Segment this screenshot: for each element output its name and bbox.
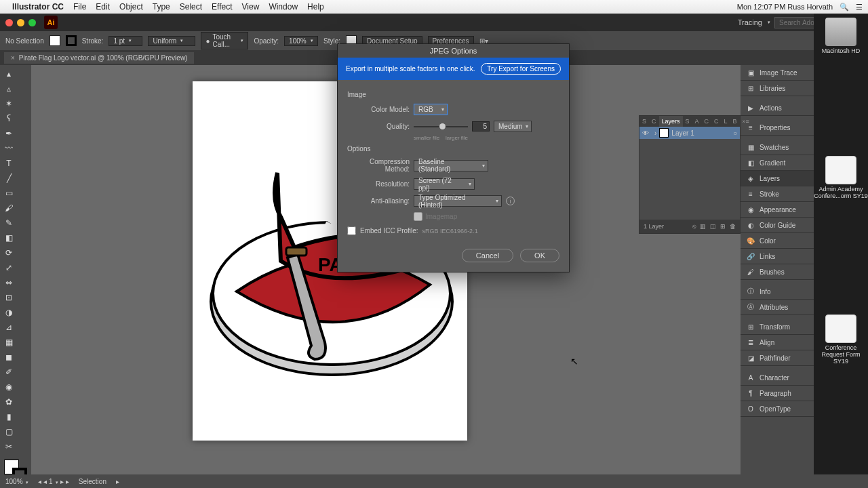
notification-icon[interactable]: ☰ xyxy=(856,3,863,12)
workspace-switcher[interactable]: Tracing xyxy=(738,18,762,26)
menu-edit[interactable]: Edit xyxy=(96,2,110,12)
layers-tab-active[interactable]: Layers xyxy=(659,116,683,127)
gradient-tool[interactable]: ◼ xyxy=(2,350,16,364)
stroke-profile[interactable]: Uniform▾ xyxy=(148,36,195,46)
curvature-tool[interactable]: 〰 xyxy=(2,142,16,155)
blend-tool[interactable]: ◉ xyxy=(2,380,16,394)
layers-tab-r5[interactable]: B xyxy=(730,116,740,127)
new-sublayer-icon[interactable]: ◫ xyxy=(710,223,716,230)
pen-tool[interactable]: ✒ xyxy=(2,127,16,140)
menu-effect[interactable]: Effect xyxy=(212,2,232,12)
menu-window[interactable]: Window xyxy=(269,2,298,12)
quality-preset-select[interactable]: Medium xyxy=(494,121,532,132)
new-layer-icon[interactable]: ⊞ xyxy=(720,223,726,230)
minimize-window[interactable] xyxy=(17,19,24,26)
status-menu-icon[interactable]: ▸ xyxy=(116,478,119,485)
eyedropper-tool[interactable]: ✐ xyxy=(2,365,16,379)
quality-slider[interactable] xyxy=(414,126,468,127)
visibility-icon[interactable]: 👁 xyxy=(642,129,652,137)
zoom-level[interactable]: 100% ▾ xyxy=(5,478,28,485)
eraser-tool[interactable]: ◧ xyxy=(2,231,16,245)
type-tool[interactable]: T xyxy=(2,157,16,170)
document-tab[interactable]: × Pirate Flag Logo vector.ai @ 100% (RGB… xyxy=(4,52,194,64)
line-tool[interactable]: ╱ xyxy=(2,171,16,185)
artboard-nav[interactable]: ◂ ◂ 1 ▾ ▸ ▸ xyxy=(38,478,68,485)
menu-type[interactable]: Type xyxy=(153,2,170,12)
menu-object[interactable]: Object xyxy=(119,2,143,12)
menu-view[interactable]: View xyxy=(242,2,260,12)
layers-menu-icon[interactable]: »≡ xyxy=(740,116,752,127)
layers-tab-c[interactable]: C xyxy=(649,116,659,127)
try-export-screens-btn[interactable]: Try Export for Screens xyxy=(481,63,561,75)
symbol-sprayer-tool[interactable]: ✿ xyxy=(2,395,16,409)
layers-tab-r1[interactable]: A xyxy=(692,116,702,127)
layers-tab-r2[interactable]: C xyxy=(702,116,712,127)
rectangle-tool[interactable]: ▭ xyxy=(2,186,16,200)
layers-tab-r0[interactable]: S xyxy=(683,116,692,127)
info-icon[interactable]: i xyxy=(506,197,515,205)
app-name[interactable]: Illustrator CC xyxy=(12,2,64,12)
quality-value[interactable] xyxy=(472,121,490,131)
compression-label: Compression Method: xyxy=(347,158,410,173)
mesh-tool[interactable]: ▦ xyxy=(2,336,16,349)
color-model-select[interactable]: RGB xyxy=(414,104,448,115)
paintbrush-tool[interactable]: 🖌 xyxy=(2,201,16,215)
opacity-value[interactable]: 100%▾ xyxy=(284,36,318,46)
resolution-select[interactable]: Screen (72 ppi) xyxy=(414,178,475,190)
layers-tab-r3[interactable]: C xyxy=(711,116,722,127)
layers-tab-s[interactable]: S xyxy=(639,116,649,127)
stroke-weight[interactable]: 1 pt▾ xyxy=(108,36,142,46)
desktop-doc2[interactable]: Conference Request Form SY19 xyxy=(814,314,868,365)
shaper-tool[interactable]: ✎ xyxy=(2,216,16,230)
ok-button[interactable]: OK xyxy=(520,249,559,262)
brush-def[interactable]: ● Touch Call...▾ xyxy=(201,32,248,49)
expand-icon[interactable]: › xyxy=(654,129,656,137)
layers-panel-float: S C Layers S A C C L B »≡ 👁 › Layer 1 ○ … xyxy=(639,115,741,234)
make-clip-icon[interactable]: ▥ xyxy=(700,223,706,230)
imagemap-label: Imagemap xyxy=(425,213,457,220)
column-graph-tool[interactable]: ▮ xyxy=(2,410,16,424)
selection-tool[interactable]: ▴ xyxy=(2,67,16,81)
target-icon[interactable]: ○ xyxy=(733,129,737,137)
layers-tab-r4[interactable]: L xyxy=(722,116,730,127)
jpeg-options-dialog: JPEG Options Export in multiple scale fa… xyxy=(337,43,570,272)
scale-tool[interactable]: ⤢ xyxy=(2,261,16,274)
layer-thumb xyxy=(659,128,669,138)
cancel-button[interactable]: Cancel xyxy=(462,249,513,262)
rotate-tool[interactable]: ⟳ xyxy=(2,246,16,260)
image-section-hdr: Image xyxy=(347,91,559,98)
lasso-tool[interactable]: ʕ xyxy=(2,112,16,125)
spotlight-icon[interactable]: 🔍 xyxy=(840,3,849,12)
desktop-doc1[interactable]: Admin Academy Confere...orm SY19 xyxy=(814,156,868,199)
antialias-select[interactable]: Type Optimized (Hinted) xyxy=(414,195,502,207)
layer-name[interactable]: Layer 1 xyxy=(671,129,694,137)
slice-tool[interactable]: ✂ xyxy=(2,440,16,453)
layer-row[interactable]: 👁 › Layer 1 ○ xyxy=(639,127,740,139)
locate-icon[interactable]: ⎋ xyxy=(692,223,696,230)
width-tool[interactable]: ⇔ xyxy=(2,276,16,289)
imagemap-checkbox xyxy=(414,212,422,221)
zoom-window[interactable] xyxy=(28,19,36,26)
close-tab-icon[interactable]: × xyxy=(11,54,15,62)
desktop-hd[interactable]: Macintosh HD xyxy=(822,18,861,54)
magic-wand-tool[interactable]: ✶ xyxy=(2,97,16,110)
fill-swatch[interactable] xyxy=(50,35,60,46)
options-section-hdr: Options xyxy=(347,145,559,152)
direct-selection-tool[interactable]: ▵ xyxy=(2,82,16,96)
artboard-tool[interactable]: ▢ xyxy=(2,425,16,439)
app-logo: Ai xyxy=(44,16,58,29)
free-transform-tool[interactable]: ⊡ xyxy=(2,291,16,304)
stroke-swatch[interactable] xyxy=(66,35,77,46)
embed-icc-checkbox[interactable] xyxy=(347,226,356,235)
larger-label: larger file xyxy=(446,135,468,141)
menu-help[interactable]: Help xyxy=(307,2,324,12)
perspective-tool[interactable]: ⊿ xyxy=(2,321,16,334)
mouse-cursor: ↖ xyxy=(570,356,578,367)
compression-select[interactable]: Baseline (Standard) xyxy=(414,160,488,171)
shape-builder-tool[interactable]: ◑ xyxy=(2,306,16,319)
delete-layer-icon[interactable]: 🗑 xyxy=(730,223,736,230)
selection-status: No Selection xyxy=(5,37,44,45)
menu-select[interactable]: Select xyxy=(180,2,202,12)
menu-file[interactable]: File xyxy=(73,2,86,12)
close-window[interactable] xyxy=(5,19,13,26)
